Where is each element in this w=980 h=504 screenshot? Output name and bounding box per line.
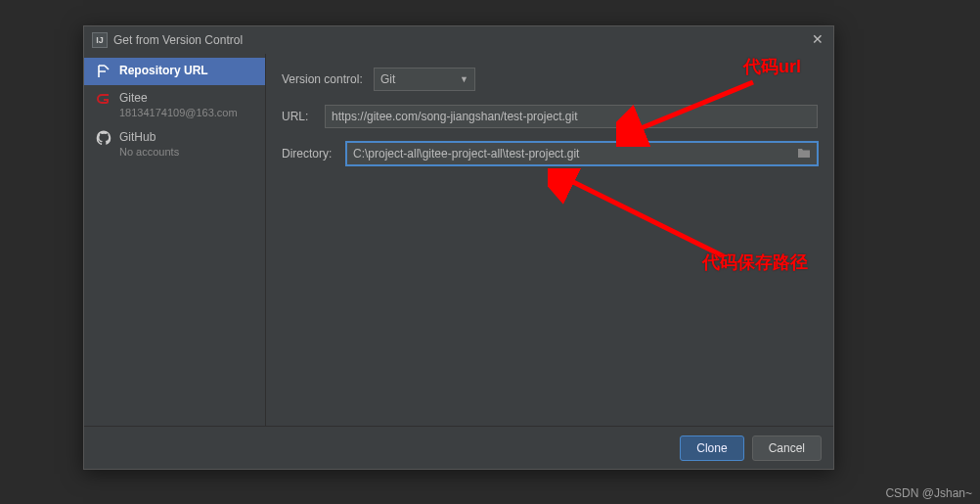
watermark: CSDN @Jshan~ xyxy=(885,486,972,500)
url-input-value: https://gitee.com/song-jiangshan/test-pr… xyxy=(332,110,577,123)
sidebar-item-label: GitHub xyxy=(119,130,179,144)
main-panel: Version control: Git ▼ URL: https://gite… xyxy=(266,54,833,426)
gitee-icon xyxy=(96,91,111,107)
vcs-label: Version control: xyxy=(282,72,366,86)
sidebar-item-label: Repository URL xyxy=(119,64,208,77)
repo-url-icon xyxy=(96,64,111,79)
sidebar-item-gitee[interactable]: Gitee 18134174109@163.com xyxy=(84,85,265,124)
url-input[interactable]: https://gitee.com/song-jiangshan/test-pr… xyxy=(325,105,818,128)
app-icon: IJ xyxy=(92,32,108,48)
close-icon[interactable]: ✕ xyxy=(810,32,825,48)
sidebar: Repository URL Gitee 18134174109@163.com… xyxy=(84,54,266,426)
sidebar-item-sublabel: 18134174109@163.com xyxy=(119,107,238,118)
dialog-footer: Clone Cancel xyxy=(84,426,833,469)
vcs-select[interactable]: Git ▼ xyxy=(374,68,475,91)
directory-label: Directory: xyxy=(282,147,338,160)
directory-input-value: C:\project-all\gitee-project-all\test-pr… xyxy=(353,147,579,160)
clone-button[interactable]: Clone xyxy=(680,435,743,461)
titlebar: IJ Get from Version Control ✕ xyxy=(84,26,833,54)
vcs-select-value: Git xyxy=(380,72,395,86)
folder-icon[interactable] xyxy=(797,146,811,162)
dialog: IJ Get from Version Control ✕ Repository… xyxy=(83,25,834,470)
chevron-down-icon: ▼ xyxy=(460,74,468,84)
cancel-button[interactable]: Cancel xyxy=(752,435,822,461)
sidebar-item-repo-url[interactable]: Repository URL xyxy=(84,58,265,85)
directory-input[interactable]: C:\project-all\gitee-project-all\test-pr… xyxy=(346,142,818,165)
sidebar-item-sublabel: No accounts xyxy=(119,146,179,158)
sidebar-item-github[interactable]: GitHub No accounts xyxy=(84,124,265,163)
url-label: URL: xyxy=(282,110,317,123)
sidebar-item-label: Gitee xyxy=(119,91,238,105)
dialog-title: Get from Version Control xyxy=(113,33,810,47)
github-icon xyxy=(96,130,111,146)
dialog-body: Repository URL Gitee 18134174109@163.com… xyxy=(84,54,833,426)
